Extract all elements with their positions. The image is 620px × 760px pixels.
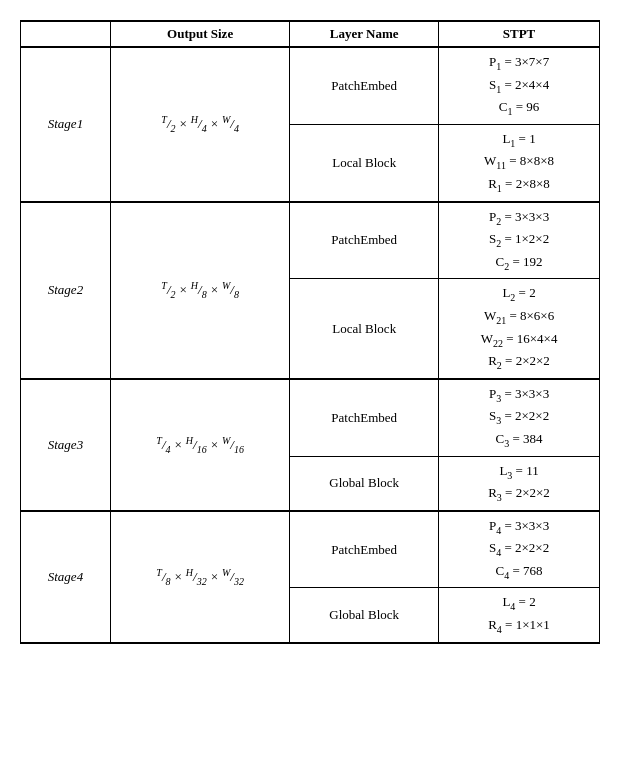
stpt-line: P1 = 3×7×7 bbox=[447, 52, 591, 75]
stpt-line: R4 = 1×1×1 bbox=[447, 615, 591, 638]
stage-cell-2: Stage2 bbox=[21, 202, 111, 379]
stpt-cell-1-1: P1 = 3×7×7S1 = 2×4×4C1 = 96 bbox=[439, 47, 600, 124]
col-output: Output Size bbox=[110, 21, 289, 47]
stpt-line: P4 = 3×3×3 bbox=[447, 516, 591, 539]
output-cell-4: T/8 × H/32 × W/32 bbox=[110, 511, 289, 643]
stpt-line: L3 = 11 bbox=[447, 461, 591, 484]
stage-cell-1: Stage1 bbox=[21, 47, 111, 202]
stpt-line: R2 = 2×2×2 bbox=[447, 351, 591, 374]
layer-cell-4-1: PatchEmbed bbox=[290, 511, 439, 588]
layer-cell-1-1: PatchEmbed bbox=[290, 47, 439, 124]
stpt-line: L2 = 2 bbox=[447, 283, 591, 306]
stpt-line: C4 = 768 bbox=[447, 561, 591, 584]
col-stpt: STPT bbox=[439, 21, 600, 47]
table-row: Stage3T/4 × H/16 × W/16PatchEmbedP3 = 3×… bbox=[21, 379, 600, 456]
layer-cell-1-2: Local Block bbox=[290, 124, 439, 201]
stpt-cell-3-2: L3 = 11R3 = 2×2×2 bbox=[439, 456, 600, 511]
stpt-cell-2-1: P2 = 3×3×3S2 = 1×2×2C2 = 192 bbox=[439, 202, 600, 279]
stpt-cell-4-2: L4 = 2R4 = 1×1×1 bbox=[439, 588, 600, 643]
stpt-line: P3 = 3×3×3 bbox=[447, 384, 591, 407]
table-row: Stage1T/2 × H/4 × W/4PatchEmbedP1 = 3×7×… bbox=[21, 47, 600, 124]
layer-cell-3-2: Global Block bbox=[290, 456, 439, 511]
stage-cell-4: Stage4 bbox=[21, 511, 111, 643]
layer-cell-2-1: PatchEmbed bbox=[290, 202, 439, 279]
stpt-line: S1 = 2×4×4 bbox=[447, 75, 591, 98]
stpt-line: R1 = 2×8×8 bbox=[447, 174, 591, 197]
stpt-line: W11 = 8×8×8 bbox=[447, 151, 591, 174]
stpt-line: P2 = 3×3×3 bbox=[447, 207, 591, 230]
col-layer: Layer Name bbox=[290, 21, 439, 47]
table-wrapper: Output Size Layer Name STPT Stage1T/2 × … bbox=[20, 20, 600, 644]
col-stage bbox=[21, 21, 111, 47]
stage-cell-3: Stage3 bbox=[21, 379, 111, 511]
stpt-line: C3 = 384 bbox=[447, 429, 591, 452]
stpt-cell-1-2: L1 = 1W11 = 8×8×8R1 = 2×8×8 bbox=[439, 124, 600, 201]
stpt-line: S4 = 2×2×2 bbox=[447, 538, 591, 561]
stpt-line: L4 = 2 bbox=[447, 592, 591, 615]
layer-cell-2-2: Local Block bbox=[290, 279, 439, 379]
stpt-line: C2 = 192 bbox=[447, 252, 591, 275]
output-cell-3: T/4 × H/16 × W/16 bbox=[110, 379, 289, 511]
table-row: Stage4T/8 × H/32 × W/32PatchEmbedP4 = 3×… bbox=[21, 511, 600, 588]
stpt-line: S2 = 1×2×2 bbox=[447, 229, 591, 252]
stpt-cell-2-2: L2 = 2W21 = 8×6×6W22 = 16×4×4R2 = 2×2×2 bbox=[439, 279, 600, 379]
layer-cell-3-1: PatchEmbed bbox=[290, 379, 439, 456]
stpt-line: L1 = 1 bbox=[447, 129, 591, 152]
stpt-line: S3 = 2×2×2 bbox=[447, 406, 591, 429]
stpt-line: R3 = 2×2×2 bbox=[447, 483, 591, 506]
architecture-table: Output Size Layer Name STPT Stage1T/2 × … bbox=[20, 20, 600, 644]
output-cell-2: T/2 × H/8 × W/8 bbox=[110, 202, 289, 379]
table-row: Stage2T/2 × H/8 × W/8PatchEmbedP2 = 3×3×… bbox=[21, 202, 600, 279]
output-cell-1: T/2 × H/4 × W/4 bbox=[110, 47, 289, 202]
table-header-row: Output Size Layer Name STPT bbox=[21, 21, 600, 47]
stpt-cell-4-1: P4 = 3×3×3S4 = 2×2×2C4 = 768 bbox=[439, 511, 600, 588]
stpt-line: W21 = 8×6×6 bbox=[447, 306, 591, 329]
stpt-line: C1 = 96 bbox=[447, 97, 591, 120]
stpt-cell-3-1: P3 = 3×3×3S3 = 2×2×2C3 = 384 bbox=[439, 379, 600, 456]
layer-cell-4-2: Global Block bbox=[290, 588, 439, 643]
stpt-line: W22 = 16×4×4 bbox=[447, 329, 591, 352]
